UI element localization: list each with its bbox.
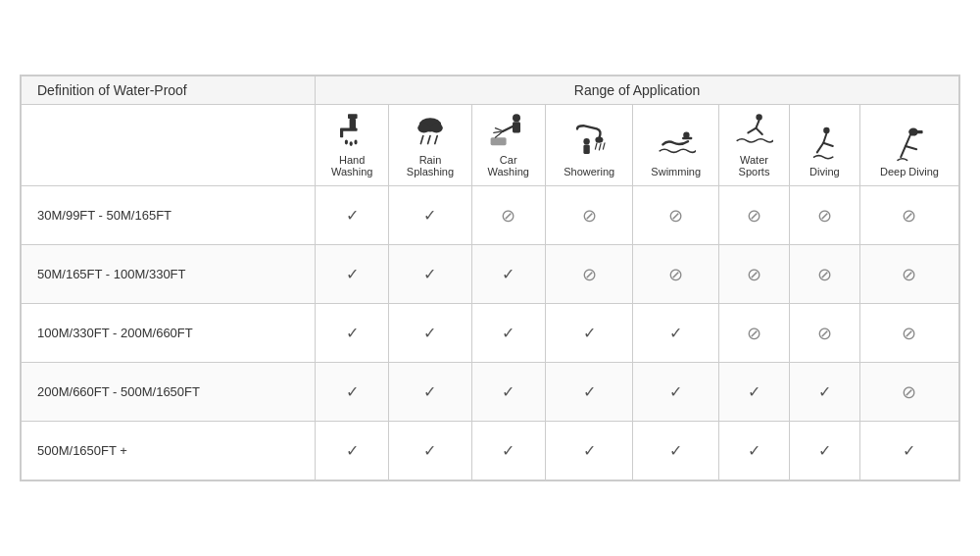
no-icon: ⊘: [747, 265, 761, 284]
table-row: 500M/1650FT +✓✓✓✓✓✓✓✓: [22, 422, 959, 480]
col-car-washing: Car Washing: [471, 105, 545, 186]
svg-point-6: [345, 140, 348, 145]
svg-rect-19: [490, 137, 506, 145]
no-icon: ⊘: [902, 382, 916, 402]
row-cell: ✓: [789, 363, 859, 422]
check-icon: ✓: [669, 383, 682, 400]
row-cell: ⊘: [633, 245, 719, 304]
table-row: 200M/660FT - 500M/1650FT✓✓✓✓✓✓✓⊘: [22, 363, 959, 422]
row-label: 200M/660FT - 500M/1650FT: [22, 363, 316, 422]
row-cell: ✓: [545, 422, 632, 480]
no-icon: ⊘: [817, 265, 832, 284]
col-rain-splashing-label: Rain Splashing: [407, 154, 454, 177]
svg-line-15: [503, 126, 513, 131]
row-label: 100M/330FT - 200M/660FT: [22, 304, 316, 363]
check-icon: ✓: [423, 442, 436, 459]
range-header: Range of Application: [316, 76, 959, 105]
table-row: 30M/99FT - 50M/165FT✓✓⊘⊘⊘⊘⊘⊘: [22, 186, 959, 245]
row-cell: ⊘: [859, 363, 958, 422]
col-swimming-label: Swimming: [651, 166, 701, 177]
icon-row: Hand Washing: [22, 105, 959, 186]
row-cell: ✓: [719, 363, 790, 422]
check-icon: ✓: [669, 442, 682, 459]
row-cell: ⊘: [633, 186, 719, 245]
col-swimming: Swimming: [633, 105, 719, 186]
row-cell: ✓: [471, 245, 545, 304]
check-icon: ✓: [748, 383, 760, 400]
svg-point-13: [513, 114, 520, 122]
svg-rect-14: [513, 122, 520, 132]
no-icon: ⊘: [747, 206, 761, 226]
row-cell: ✓: [316, 304, 389, 363]
row-cell: ✓: [389, 363, 471, 422]
svg-line-10: [420, 136, 422, 144]
row-cell: ✓: [633, 304, 719, 363]
check-icon: ✓: [583, 325, 596, 341]
row-cell: ✓: [719, 422, 790, 480]
row-cell: ⊘: [471, 186, 545, 245]
col-rain-splashing: Rain Splashing: [389, 105, 471, 186]
col-water-sports-label: Water Sports: [739, 154, 770, 177]
table-row: 50M/165FT - 100M/330FT✓✓✓⊘⊘⊘⊘⊘: [22, 245, 959, 304]
row-cell: ✓: [633, 363, 719, 422]
empty-header: [22, 105, 316, 186]
svg-point-20: [596, 136, 604, 142]
row-cell: ⊘: [859, 186, 958, 245]
no-icon: ⊘: [817, 206, 832, 226]
no-icon: ⊘: [902, 206, 916, 226]
col-water-sports: Water Sports: [719, 105, 790, 186]
row-cell: ✓: [545, 304, 632, 363]
check-icon: ✓: [346, 266, 359, 282]
row-cell: ✓: [471, 422, 545, 480]
row-label: 30M/99FT - 50M/165FT: [22, 186, 316, 245]
svg-rect-3: [340, 129, 343, 137]
svg-rect-1: [350, 119, 356, 129]
row-cell: ⊘: [859, 304, 958, 363]
no-icon: ⊘: [501, 206, 515, 226]
row-cell: ✓: [316, 422, 389, 480]
row-cell: ⊘: [789, 304, 859, 363]
col-showering: Showering: [545, 105, 632, 186]
no-icon: ⊘: [902, 265, 916, 284]
check-icon: ✓: [423, 266, 436, 282]
row-cell: ✓: [316, 186, 389, 245]
row-cell: ✓: [316, 245, 389, 304]
check-icon: ✓: [423, 383, 436, 400]
svg-point-9: [430, 124, 443, 133]
check-icon: ✓: [346, 325, 359, 341]
check-icon: ✓: [423, 325, 436, 341]
svg-line-23: [596, 143, 598, 149]
svg-rect-0: [348, 114, 358, 119]
row-cell: ✓: [859, 422, 958, 480]
svg-point-5: [355, 140, 358, 145]
row-cell: ⊘: [859, 245, 958, 304]
check-icon: ✓: [818, 442, 831, 459]
svg-rect-22: [584, 144, 590, 154]
table-row: 100M/330FT - 200M/660FT✓✓✓✓✓⊘⊘⊘: [22, 304, 959, 363]
row-cell: ⊘: [789, 186, 859, 245]
check-icon: ✓: [346, 207, 359, 224]
no-icon: ⊘: [582, 206, 597, 226]
col-diving-label: Diving: [809, 166, 840, 177]
col-car-washing-label: Car Washing: [488, 154, 529, 177]
check-icon: ✓: [346, 442, 359, 459]
check-icon: ✓: [502, 383, 514, 400]
no-icon: ⊘: [582, 265, 597, 284]
row-cell: ✓: [545, 363, 632, 422]
waterproof-table: Definition of Water-Proof Range of Appli…: [20, 75, 960, 481]
check-icon: ✓: [583, 383, 596, 400]
row-cell: ✓: [316, 363, 389, 422]
row-cell: ✓: [389, 422, 471, 480]
row-cell: ✓: [389, 186, 471, 245]
col-hand-washing: Hand Washing: [316, 105, 389, 186]
svg-line-25: [604, 143, 606, 149]
row-cell: ✓: [633, 422, 719, 480]
row-cell: ⊘: [789, 245, 859, 304]
check-icon: ✓: [818, 383, 831, 400]
col-showering-label: Showering: [564, 166, 614, 177]
svg-point-8: [417, 124, 430, 133]
row-label: 500M/1650FT +: [22, 422, 316, 480]
row-cell: ⊘: [719, 304, 790, 363]
col-deep-diving: Deep Diving: [859, 105, 958, 186]
check-icon: ✓: [502, 266, 514, 282]
